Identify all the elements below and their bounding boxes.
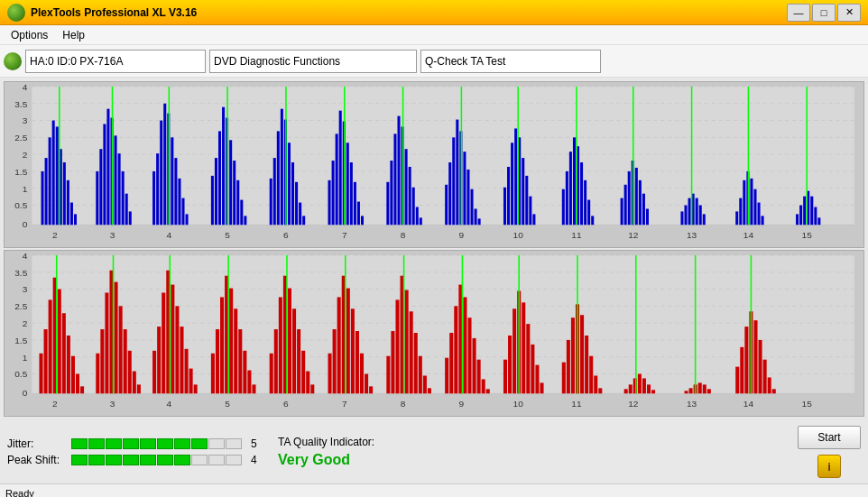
- svg-text:0.5: 0.5: [14, 370, 28, 380]
- svg-rect-248: [306, 372, 309, 394]
- svg-rect-288: [522, 302, 525, 393]
- svg-rect-129: [624, 185, 627, 225]
- svg-text:12: 12: [628, 230, 639, 240]
- svg-rect-290: [531, 345, 534, 393]
- svg-rect-302: [598, 388, 602, 393]
- svg-rect-33: [103, 124, 106, 225]
- start-button[interactable]: Start: [798, 426, 861, 449]
- top-chart: 4 3.5 3 2.5 2 1.5 1 0.5 0: [5, 82, 863, 247]
- peak-seg-3: [106, 455, 122, 465]
- svg-text:4: 4: [23, 251, 28, 261]
- svg-rect-61: [240, 200, 243, 225]
- svg-rect-53: [211, 176, 214, 225]
- svg-rect-119: [566, 171, 568, 225]
- svg-rect-103: [466, 170, 469, 225]
- svg-text:4: 4: [23, 82, 28, 92]
- svg-rect-241: [274, 329, 278, 393]
- quality-indicator-label: TA Quality Indicator:: [278, 436, 374, 448]
- svg-rect-236: [243, 351, 246, 393]
- svg-rect-245: [292, 308, 296, 393]
- svg-rect-258: [360, 354, 364, 394]
- jitter-seg-2: [88, 438, 105, 449]
- function-select[interactable]: DVD Diagnostic Functions: [209, 50, 417, 73]
- svg-rect-78: [339, 111, 342, 225]
- svg-rect-214: [128, 351, 132, 393]
- test-select[interactable]: Q-Check TA Test: [420, 50, 601, 73]
- svg-rect-59: [233, 161, 235, 225]
- status-text: Ready: [5, 488, 34, 498]
- svg-rect-76: [332, 161, 335, 225]
- svg-rect-42: [152, 171, 155, 225]
- svg-rect-226: [189, 369, 193, 394]
- svg-rect-291: [535, 365, 539, 394]
- svg-rect-36: [115, 135, 117, 225]
- svg-rect-205: [80, 386, 84, 393]
- svg-rect-73: [302, 216, 305, 225]
- svg-rect-284: [503, 360, 507, 394]
- svg-rect-225: [185, 349, 189, 393]
- info-button[interactable]: i: [817, 455, 841, 478]
- svg-rect-320: [740, 347, 743, 393]
- svg-rect-218: [152, 351, 156, 393]
- svg-rect-51: [186, 214, 189, 225]
- svg-text:3.5: 3.5: [14, 268, 28, 278]
- svg-rect-216: [137, 384, 141, 393]
- svg-rect-110: [511, 143, 513, 225]
- svg-rect-312: [684, 391, 688, 393]
- jitter-row: Jitter: 5: [7, 437, 260, 450]
- svg-rect-235: [238, 329, 242, 393]
- svg-text:15: 15: [802, 230, 813, 240]
- title-bar: PlexTools Professional XL V3.16 — □ ✕: [0, 0, 868, 25]
- svg-rect-106: [478, 218, 481, 225]
- svg-rect-197: [44, 329, 48, 393]
- svg-rect-91: [405, 149, 408, 225]
- svg-rect-324: [759, 340, 762, 393]
- svg-text:8: 8: [401, 399, 406, 409]
- svg-rect-146: [739, 198, 742, 225]
- svg-rect-141: [696, 198, 698, 225]
- svg-text:7: 7: [342, 230, 347, 240]
- svg-rect-86: [386, 182, 389, 225]
- svg-text:0.5: 0.5: [14, 201, 28, 211]
- svg-rect-230: [216, 329, 219, 393]
- svg-rect-92: [409, 167, 411, 225]
- peak-seg-10: [226, 455, 242, 465]
- jitter-value: 5: [251, 437, 257, 450]
- svg-text:1: 1: [23, 184, 28, 194]
- menu-options[interactable]: Options: [4, 27, 55, 43]
- svg-rect-315: [698, 382, 702, 393]
- svg-rect-105: [475, 208, 477, 225]
- device-select[interactable]: HA:0 ID:0 PX-716A: [25, 50, 206, 73]
- svg-rect-44: [160, 121, 162, 225]
- toolbar: HA:0 ID:0 PX-716A DVD Diagnostic Functio…: [0, 45, 868, 78]
- svg-rect-111: [514, 128, 517, 225]
- svg-rect-304: [624, 389, 628, 393]
- svg-rect-255: [346, 289, 350, 394]
- svg-rect-296: [571, 318, 575, 393]
- svg-rect-31: [96, 171, 98, 225]
- close-button[interactable]: ✕: [837, 4, 861, 22]
- svg-rect-40: [129, 211, 132, 225]
- svg-rect-82: [354, 182, 356, 225]
- maximize-button[interactable]: □: [812, 4, 836, 22]
- svg-rect-109: [507, 167, 510, 225]
- svg-rect-240: [270, 354, 273, 394]
- svg-rect-251: [328, 354, 332, 394]
- svg-text:7: 7: [342, 399, 347, 409]
- svg-rect-60: [236, 180, 239, 225]
- svg-rect-259: [365, 374, 368, 394]
- svg-rect-37: [118, 153, 121, 225]
- svg-rect-309: [647, 384, 651, 393]
- svg-rect-231: [220, 297, 224, 393]
- svg-text:1: 1: [23, 353, 28, 363]
- svg-rect-94: [416, 207, 419, 225]
- svg-rect-292: [540, 382, 543, 393]
- minimize-button[interactable]: —: [787, 4, 810, 22]
- svg-rect-294: [562, 363, 566, 394]
- jitter-seg-7: [174, 438, 190, 449]
- action-section: Start i: [798, 426, 861, 478]
- menu-help[interactable]: Help: [55, 27, 92, 43]
- svg-rect-233: [229, 289, 233, 394]
- svg-rect-75: [328, 180, 331, 225]
- svg-text:4: 4: [166, 230, 171, 240]
